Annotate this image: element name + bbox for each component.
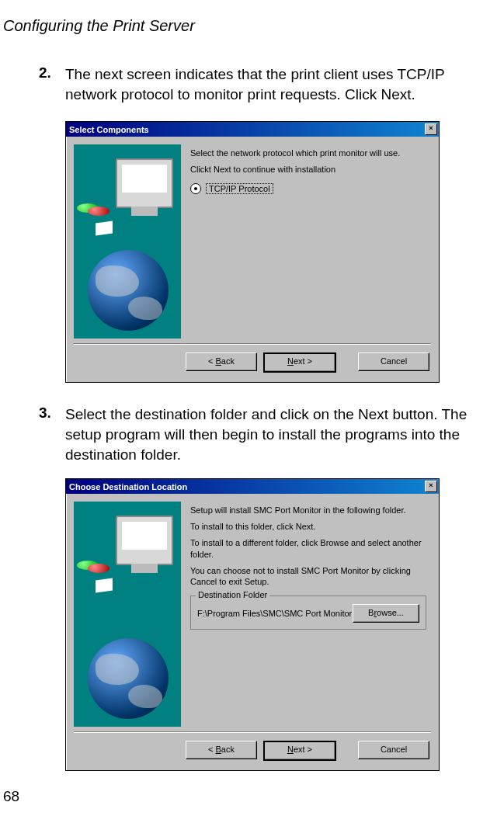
cancel-button[interactable]: Cancel (358, 741, 429, 759)
tcpip-radio-label[interactable]: TCP/IP Protocol (206, 183, 273, 194)
dialog1-line2: Clickt Next to continue with installatio… (190, 164, 426, 175)
paper-icon (96, 578, 113, 593)
step-3: 3. Select the destination folder and cli… (39, 405, 474, 464)
discs-icon (77, 203, 108, 220)
globe-icon (88, 638, 169, 719)
step-3-number: 3. (39, 405, 65, 422)
next-button[interactable]: Next > (263, 352, 336, 373)
page-number: 68 (3, 788, 19, 805)
destination-folder-group: Destination Folder F:\Program Files\SMC\… (190, 596, 426, 630)
destination-path: F:\Program Files\SMC\SMC Port Monitor (197, 609, 352, 618)
destination-legend: Destination Folder (196, 590, 269, 599)
dialog2-titlebar[interactable]: Choose Destination Location × (66, 479, 439, 494)
browse-button[interactable]: Browse... (353, 604, 419, 623)
monitor-icon (116, 158, 173, 208)
installer-graphic: InstallShield (74, 144, 181, 339)
step-2-text: The next screen indicates that the print… (65, 64, 474, 104)
discs-icon (77, 561, 108, 578)
dialog1-line1: Select the network protocol which print … (190, 148, 426, 159)
next-button[interactable]: Next > (263, 741, 336, 761)
select-components-dialog: Select Components × InstallShield Selec (65, 121, 440, 383)
back-button[interactable]: < Back (186, 741, 257, 759)
installer-graphic: InstallShield (74, 502, 181, 727)
step-2-number: 2. (39, 64, 65, 82)
paper-icon (96, 221, 113, 236)
monitor-icon (116, 516, 173, 565)
installshield-brand: InstallShield (74, 658, 75, 722)
dialog1-title: Select Components (69, 125, 149, 134)
close-icon[interactable]: × (425, 481, 437, 492)
dialog2-p4: You can choose not to install SMC Port M… (190, 565, 426, 589)
step-2: 2. The next screen indicates that the pr… (39, 64, 474, 104)
installshield-brand: InstallShield (74, 270, 75, 334)
running-header: Configuring the Print Server (3, 17, 482, 35)
dialog2-p1: Setup will install SMC Port Monitor in t… (190, 505, 426, 516)
dialog2-p3: To install to a different folder, click … (190, 537, 426, 561)
dialog2-title: Choose Destination Location (69, 482, 187, 491)
step-3-text: Select the destination folder and click … (65, 405, 474, 464)
dialog2-p2: To install to this folder, click Next. (190, 521, 426, 533)
tcpip-radio[interactable] (190, 183, 201, 194)
choose-destination-dialog: Choose Destination Location × InstallShi… (65, 478, 440, 771)
globe-icon (88, 250, 169, 331)
back-button[interactable]: < Back (186, 352, 257, 371)
dialog1-titlebar[interactable]: Select Components × (66, 122, 439, 137)
close-icon[interactable]: × (425, 123, 437, 135)
cancel-button[interactable]: Cancel (358, 352, 429, 371)
